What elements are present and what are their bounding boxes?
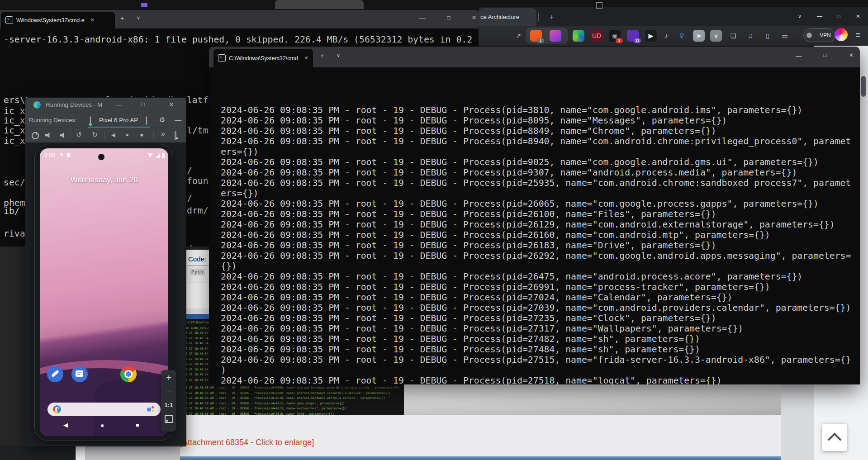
brave-shield-icon[interactable]: 1 <box>530 30 542 42</box>
share-icon[interactable]: ↗ <box>512 30 524 42</box>
cmd-back-minimize-button[interactable]: — <box>416 14 429 22</box>
attachment-link[interactable]: [Attachment 68354 - Click to enlarge] <box>180 438 314 447</box>
device-controls-toolbar: ↺ ↻ ◀ ● ■ » <box>25 128 186 143</box>
cmd-back-close-button[interactable]: ✕ <box>468 14 480 21</box>
hide-panel-icon[interactable]: — <box>175 116 181 123</box>
cmd-front-terminal-body[interactable]: 2024-06-26 09:08:35 PM - root - 19 - DEB… <box>209 67 860 384</box>
device-tab-pixel6pro[interactable]: Pixel 6 Pro AP <box>99 117 138 123</box>
profile-avatar[interactable] <box>835 28 848 41</box>
log-line: ) <box>221 365 860 375</box>
rd-minimize-button[interactable]: — <box>116 101 122 108</box>
zoom-out-button[interactable]: — <box>161 387 176 395</box>
screen-recorder-icon[interactable]: ◉2 <box>609 30 621 42</box>
desktop: ce Architecture + ∨ — □ ✕ ↗1UD◉211▶♪⚲➤∨❏… <box>0 0 868 460</box>
log-line: 2024-06-26 09:08:35 PM - root - 19 - DEB… <box>221 303 860 313</box>
battery-icon <box>162 153 165 158</box>
cmd-back-new-tab-button[interactable]: + <box>117 14 128 22</box>
google-search-bar[interactable] <box>47 403 161 416</box>
tab-close-icon[interactable]: ✕ <box>90 17 95 23</box>
cmd-front-tab[interactable]: >_ C:\Windows\System32\cmd.e ✕ <box>213 49 313 67</box>
idm-icon[interactable] <box>573 30 584 42</box>
toolbar-divider <box>153 131 154 139</box>
browser-new-tab-button[interactable]: + <box>546 12 557 23</box>
cmd-front-new-tab-button[interactable]: + <box>317 52 327 59</box>
zoom-in-button[interactable]: + <box>161 373 176 383</box>
rd-maximize-button[interactable]: □ <box>141 101 145 108</box>
more-actions-icon[interactable]: » <box>161 130 165 138</box>
page-gradient-band <box>404 384 781 416</box>
camera-punch-hole <box>98 154 104 160</box>
browser-close-button[interactable]: ✕ <box>850 10 866 22</box>
actual-size-button[interactable]: 1:1 <box>161 402 176 408</box>
volume-up-icon[interactable] <box>45 133 51 138</box>
android-recents-button[interactable]: ■ <box>136 422 139 428</box>
terminal-text-fragment: sec/ <box>4 177 25 188</box>
search-preview-icon[interactable]: ⚲ <box>676 30 688 42</box>
browser-maximize-button[interactable]: □ <box>831 10 846 22</box>
tab-close-icon[interactable]: ✕ <box>304 55 308 61</box>
power-button-icon[interactable] <box>32 132 39 139</box>
running-devices-titlebar[interactable]: Running Devices - M — □ ✕ <box>25 98 186 113</box>
clipboard-icon[interactable]: ❏ <box>727 30 739 42</box>
messages-app-icon[interactable] <box>71 366 88 382</box>
wallet-icon[interactable]: ▭ <box>779 30 791 42</box>
log-line: ers={}) <box>221 188 860 199</box>
device-frame-icon[interactable]: ▯ <box>762 30 773 42</box>
ublock-shield-icon[interactable]: UD <box>591 30 602 42</box>
rd-close-button[interactable]: ✕ <box>169 101 174 108</box>
log-line: 2024-06-26 09:08:35 PM - root - 19 - DEB… <box>221 115 860 126</box>
browser-menu-icon[interactable]: ≡ <box>852 29 864 41</box>
log-line: 2024-06-26 09:08:35 PM - root - 19 - DEB… <box>221 219 860 230</box>
rotate-right-icon[interactable]: ↻ <box>92 131 98 139</box>
browser-active-tab[interactable]: ce Architecture <box>479 8 536 26</box>
nav-back-icon[interactable]: ◀ <box>111 132 115 138</box>
dropdown-box-icon[interactable]: ∨ <box>710 30 722 42</box>
log-line: 2024-06-26 09:08:35 PM - root - 19 - DEB… <box>221 230 860 240</box>
running-devices-title: Running Devices - M <box>46 101 102 108</box>
pointer-icon[interactable]: ➤ <box>693 30 705 42</box>
running-devices-label: Running Devices: <box>29 117 77 123</box>
page-scrollbar-thumb[interactable] <box>861 76 866 97</box>
music-note-icon[interactable]: ♪ <box>660 30 672 42</box>
phone-app-icon[interactable] <box>47 366 63 382</box>
assistant-mic-icon[interactable] <box>147 406 154 413</box>
cmd-front-dropdown-icon[interactable]: ∨ <box>333 52 344 58</box>
settings-gear-icon[interactable]: ⚙ <box>159 116 165 124</box>
cmd-front-maximize-button[interactable]: □ <box>819 52 831 58</box>
image-text-row: -12-27 10:40:56 AM - root - 19 - DEBUG -… <box>182 391 401 396</box>
screenshot-icon[interactable] <box>175 131 176 140</box>
cmd-front-minimize-button[interactable]: — <box>792 52 805 59</box>
scroll-to-top-button[interactable] <box>822 424 847 451</box>
tab-search-icon[interactable]: ∨ <box>792 10 807 22</box>
android-back-button[interactable]: ◀ <box>63 422 68 428</box>
rotate-left-icon[interactable]: ↺ <box>76 131 82 139</box>
music-library-icon[interactable]: ♫ <box>745 30 756 42</box>
code-block-label: Code: <box>188 255 206 263</box>
browser-minimize-button[interactable]: — <box>812 10 827 22</box>
vpn-button[interactable]: −VPN <box>803 28 835 42</box>
chrome-app-icon[interactable] <box>120 366 137 382</box>
layout-icon[interactable] <box>146 116 147 125</box>
terminal-text-fragment: / <box>187 165 192 175</box>
cmd-back-maximize-button[interactable]: □ <box>442 14 455 21</box>
terminal-output-line: -server-16.3.3-android-x86: 1 file pushe… <box>4 34 472 45</box>
lockscreen-date: Wednesday, Jun 26 <box>40 175 168 185</box>
nav-overview-icon[interactable]: ■ <box>140 132 143 138</box>
log-line: 2024-06-26 09:08:35 PM - root - 19 - DEB… <box>221 271 860 282</box>
log-output: 2024-06-26 09:08:35 PM - root - 19 - DEB… <box>221 74 860 384</box>
adguard-triangle-icon[interactable] <box>550 30 561 42</box>
image-rows-bottom: -12-27 10:40:56 AM - root - 19 - DEBUG -… <box>182 385 401 417</box>
android-studio-icon <box>33 101 41 109</box>
android-home-button[interactable]: ● <box>100 422 104 429</box>
cmd-back-tab[interactable]: >_ \Windows\System32\cmd.e ✕ <box>1 12 115 28</box>
code-language-tag: Pyth <box>190 269 205 275</box>
video-popup-icon[interactable]: ▶ <box>645 30 657 42</box>
volume-down-icon[interactable] <box>60 133 66 138</box>
phone-screen[interactable]: 9:09 ⚙ Wednesday, Jun 26 ◀ ● ■ <box>40 148 168 436</box>
cmd-front-close-button[interactable]: ✕ <box>845 52 858 58</box>
nav-home-icon[interactable]: ● <box>126 132 129 138</box>
cmd-back-dropdown-icon[interactable]: ∨ <box>133 15 144 21</box>
snapshot-button[interactable] <box>161 415 176 425</box>
extension-diamond-icon[interactable]: 11 <box>627 30 639 42</box>
page-bottom-white-strip <box>76 446 85 460</box>
